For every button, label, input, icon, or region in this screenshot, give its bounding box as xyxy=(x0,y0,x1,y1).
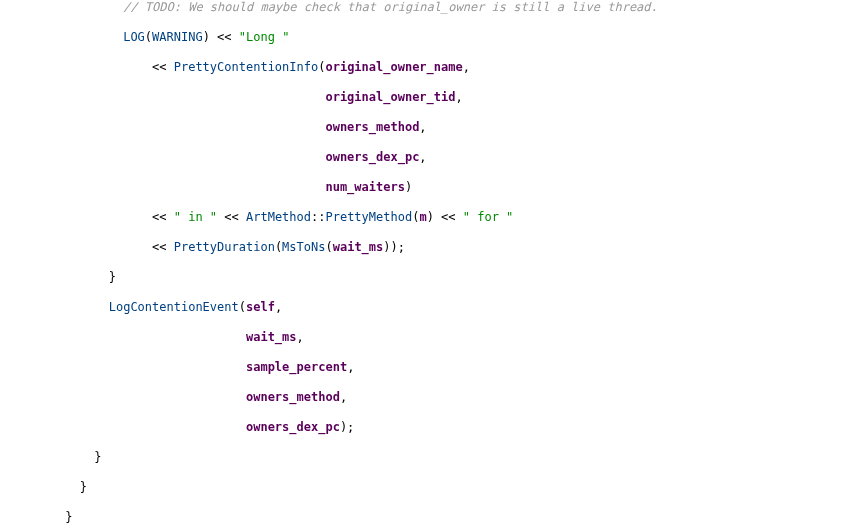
call-log: LOG(WARNING) << "Long " xyxy=(123,30,289,44)
comment: // TODO: We should maybe check that orig… xyxy=(123,0,658,14)
code-block: // TODO: We should maybe check that orig… xyxy=(0,0,842,528)
call-logcontentionevent: LogContentionEvent xyxy=(109,300,239,314)
call-prettycontentioninfo: PrettyContentionInfo xyxy=(174,60,319,74)
